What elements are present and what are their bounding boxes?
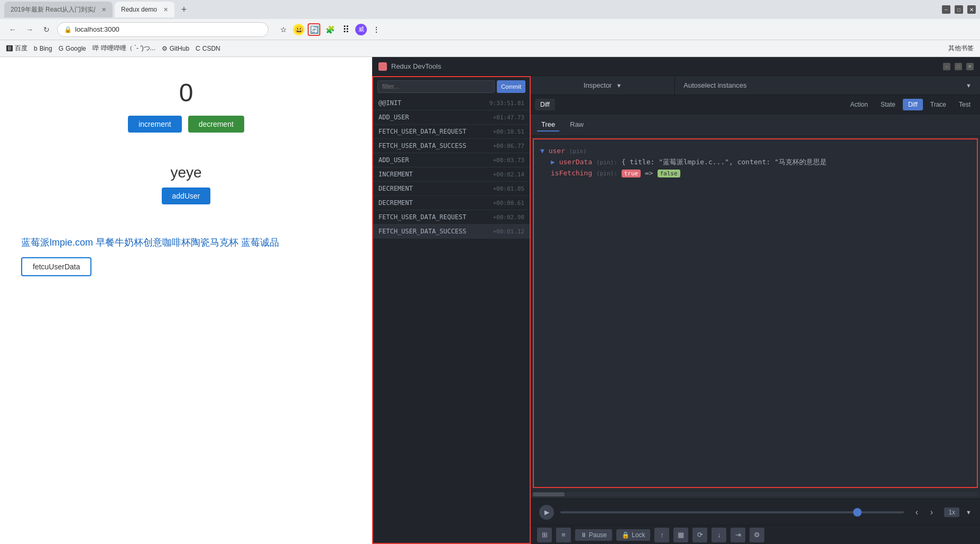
minimize-button[interactable]: −: [942, 5, 950, 14]
back-button[interactable]: ←: [6, 23, 19, 36]
bookmark-bing[interactable]: b Bing: [34, 45, 52, 52]
menu-icon[interactable]: ⠿: [339, 23, 352, 36]
action-item[interactable]: INCREMENT +00:02.14: [373, 167, 530, 182]
filter-input[interactable]: [377, 80, 495, 93]
bookmarks-bar: 🅱 百度 b Bing G Google 哔 哔哩哔哩（ `- ')つ... ⚙…: [0, 40, 980, 57]
action-item[interactable]: ADD_USER +01:47.73: [373, 110, 530, 125]
tab-test[interactable]: Test: [954, 99, 976, 110]
close-button[interactable]: ✕: [967, 5, 976, 14]
autoselect-dropdown-icon[interactable]: ▼: [966, 82, 972, 89]
prev-action-button[interactable]: ‹: [910, 506, 923, 519]
bookmarks-end: 其他书签: [948, 44, 974, 53]
action-item[interactable]: FETCH_USER_DATA_REQUEST +00:10.51: [373, 125, 530, 139]
tab-action[interactable]: Action: [845, 99, 873, 110]
action-time: +00:01.05: [493, 185, 524, 192]
action-list-panel: Commit @@INIT 9:33:51.81 ADD_USER +01:47…: [372, 76, 531, 544]
devtools-title-label: Redux DevTools: [391, 62, 441, 70]
csdn-label: CSDN: [202, 45, 220, 52]
expand-user-icon[interactable]: ▼: [540, 147, 544, 155]
extension-icon[interactable]: 🧩: [323, 23, 336, 36]
action-item[interactable]: FETCH_USER_DATA_SUCCESS +00:06.77: [373, 139, 530, 153]
fetch-user-data-button[interactable]: fetcuUserData: [21, 257, 91, 276]
forward-button[interactable]: →: [23, 23, 36, 36]
action-item[interactable]: @@INIT 9:33:51.81: [373, 96, 530, 110]
devtools-title: Redux DevTools: [378, 62, 441, 71]
tab-react-close[interactable]: ✕: [101, 6, 106, 13]
decrement-button[interactable]: decrement: [188, 116, 244, 133]
inspector-tabs-bar: Diff Action State Diff Trace Test: [531, 95, 980, 114]
badge-icon[interactable]: 威: [355, 24, 367, 35]
inspector-dropdown-icon[interactable]: ▼: [616, 82, 622, 89]
bookmark-google[interactable]: G Google: [59, 45, 86, 52]
list-view-button[interactable]: ≡: [556, 528, 571, 542]
action-item[interactable]: DECREMENT +00:00.61: [373, 196, 530, 210]
devtools-minimize[interactable]: −: [943, 63, 950, 70]
import-button[interactable]: ↑: [654, 528, 669, 542]
google-icon: G: [59, 45, 63, 52]
diff-arrow: =>: [645, 169, 657, 177]
devtools-top-bar: Inspector ▼ Autoselect instances ▼: [531, 76, 980, 95]
pause-icon: ⏸: [580, 531, 587, 539]
scrubber-thumb[interactable]: [853, 508, 862, 517]
tab-trace[interactable]: Trace: [925, 99, 951, 110]
slider-button[interactable]: ⇥: [731, 528, 745, 542]
pause-button[interactable]: ⏸ Pause: [575, 529, 612, 541]
address-field[interactable]: 🔒 localhost:3000: [57, 22, 269, 37]
speed-dropdown-icon[interactable]: ▼: [966, 509, 972, 515]
bookmark-baidu[interactable]: 🅱 百度: [6, 44, 27, 53]
action-item[interactable]: DECREMENT +00:01.05: [373, 182, 530, 196]
export-button[interactable]: ↓: [711, 528, 726, 542]
maximize-button[interactable]: □: [955, 5, 963, 14]
commit-button[interactable]: Commit: [497, 80, 525, 93]
tab-redux[interactable]: Redux demo ✕: [115, 2, 174, 17]
lock-button[interactable]: 🔒 Lock: [616, 529, 650, 541]
highlighted-extension-icon[interactable]: 🔄: [308, 23, 320, 36]
new-tab-button[interactable]: +: [177, 2, 191, 17]
devtools-maximize[interactable]: □: [955, 63, 962, 70]
expand-userData-icon[interactable]: ▶: [551, 158, 555, 166]
bookmark-github[interactable]: ⚙ GitHub: [162, 45, 189, 52]
bookmark-bilibili[interactable]: 哔 哔哩哔哩（ `- ')つ...: [93, 44, 155, 53]
tree-tab[interactable]: Tree: [537, 118, 559, 132]
star-icon[interactable]: ☆: [277, 23, 290, 36]
speed-button[interactable]: 1x: [944, 508, 959, 517]
next-action-button[interactable]: ›: [925, 506, 938, 519]
tab-react[interactable]: 2019年最新 React从入门到实战... ✕: [4, 2, 113, 17]
action-item[interactable]: ADD_USER +00:03.73: [373, 153, 530, 167]
action-name: FETCH_USER_DATA_SUCCESS: [378, 228, 466, 235]
right-main-tabs: Action State Diff Trace Test: [845, 99, 976, 110]
tab-diff[interactable]: Diff: [903, 99, 923, 110]
devtools-logo-icon: [378, 62, 387, 71]
horizontal-scrollbar[interactable]: [533, 492, 978, 496]
action-item[interactable]: FETCH_USER_DATA_REQUEST +00:02.98: [373, 210, 530, 224]
more-button[interactable]: ⋮: [370, 23, 383, 36]
increment-button[interactable]: increment: [128, 116, 181, 133]
browser-page: 0 increment decrement yeye addUser 蓝莓派lm…: [0, 57, 372, 544]
tab-redux-close[interactable]: ✕: [163, 6, 168, 13]
action-time: +00:10.51: [493, 128, 524, 135]
product-section: 蓝莓派lmpie.com 早餐牛奶杯创意咖啡杯陶瓷马克杯 蓝莓诚品 fetcuU…: [11, 236, 362, 276]
inspector-header: Inspector ▼: [531, 76, 675, 95]
reload-button[interactable]: ↻: [40, 23, 53, 36]
play-button[interactable]: ▶: [539, 505, 554, 520]
horizontal-scroll-thumb[interactable]: [533, 492, 565, 496]
action-item[interactable]: FETCH_USER_DATA_SUCCESS +00:01.12: [373, 224, 530, 239]
settings-button[interactable]: ⚙: [750, 528, 764, 542]
remote-button[interactable]: ⟳: [692, 528, 707, 542]
scrubber-track[interactable]: [560, 511, 904, 513]
action-time: +00:00.61: [493, 200, 524, 207]
counter-section: 0 increment decrement: [128, 78, 244, 133]
counter-value: 0: [179, 78, 193, 107]
tab-diff-left[interactable]: Diff: [535, 99, 555, 110]
chart-button[interactable]: ▦: [673, 528, 688, 542]
action-name: DECREMENT: [378, 185, 413, 192]
grid-view-button[interactable]: ⊞: [537, 528, 552, 542]
raw-tab[interactable]: Raw: [566, 118, 588, 132]
devtools-close[interactable]: ✕: [966, 63, 974, 70]
bookmark-csdn[interactable]: C CSDN: [196, 45, 220, 52]
add-user-button[interactable]: addUser: [162, 187, 211, 204]
action-name: ADD_USER: [378, 114, 409, 121]
tab-state[interactable]: State: [875, 99, 901, 110]
username-display: yeye: [170, 164, 201, 181]
avatar-icon[interactable]: 😀: [293, 24, 304, 35]
